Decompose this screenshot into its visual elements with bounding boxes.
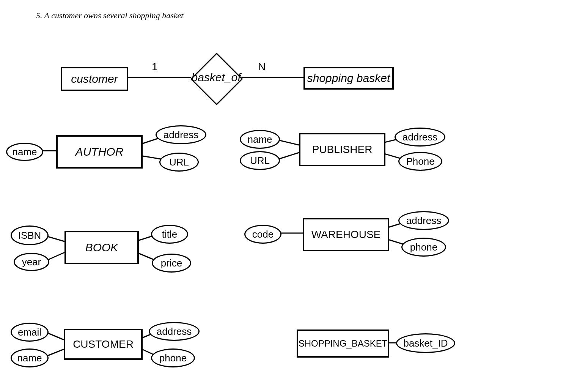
attr-book-title: title (151, 225, 188, 244)
attr-cust-name: name (11, 348, 49, 367)
attr-pub-phone: Phone (398, 152, 442, 171)
entity-shopping-basket: SHOPPING_BASKET (297, 330, 389, 358)
entity-shopping-basket-rel: shopping basket (303, 67, 394, 90)
relationship-basket-of: basket_of (179, 53, 253, 102)
attr-book-isbn: ISBN (11, 225, 49, 245)
cardinality-n: N (258, 61, 266, 73)
attr-wh-code: code (244, 225, 281, 244)
cardinality-one: 1 (152, 61, 158, 73)
attr-book-price: price (152, 254, 191, 273)
attr-pub-name: name (240, 130, 280, 149)
entity-customer-rel: customer (61, 67, 128, 91)
attr-cust-address: address (149, 322, 200, 341)
relationship-label: basket_of (191, 71, 241, 84)
attr-cust-email: email (11, 323, 49, 342)
entity-book: BOOK (64, 231, 139, 264)
attr-pub-address: address (395, 128, 445, 147)
caption-text: 5. A customer owns several shopping bask… (36, 11, 183, 20)
entity-author: AUTHOR (56, 135, 143, 169)
er-diagram-page: 5. A customer owns several shopping bask… (0, 0, 588, 391)
entity-warehouse: WAREHOUSE (303, 218, 389, 251)
entity-publisher: PUBLISHER (299, 133, 385, 166)
entity-customer: CUSTOMER (64, 329, 143, 360)
attr-pub-url: URL (240, 151, 280, 170)
attr-cust-phone: phone (151, 348, 195, 367)
attr-author-url: URL (159, 153, 199, 172)
attr-wh-phone: phone (401, 238, 446, 257)
attr-wh-address: address (398, 211, 449, 230)
attr-book-year: year (14, 253, 49, 271)
attr-author-name: name (6, 143, 43, 161)
attr-author-address: address (156, 125, 206, 144)
attr-basket-id: basket_ID (396, 333, 455, 353)
